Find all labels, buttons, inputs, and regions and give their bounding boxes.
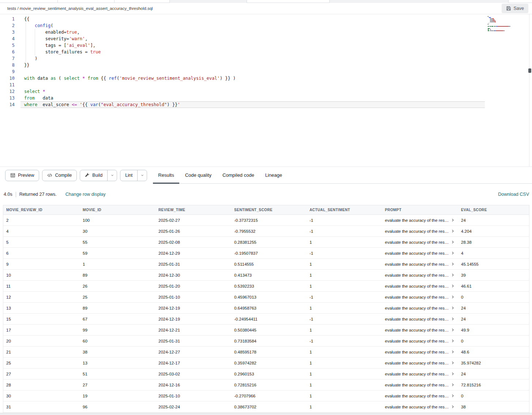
divider: [16, 192, 16, 197]
prompt-expand-icon[interactable]: [451, 306, 454, 310]
cell-prompt: evaluate the accuracy of the res…: [382, 251, 458, 255]
code-line[interactable]: 7 ): [0, 55, 532, 62]
cell-movie-id: 30: [80, 229, 156, 233]
prompt-preview-text: evaluate the accuracy of the res…: [385, 306, 449, 310]
cell-review-time: 2024-12-21: [156, 328, 231, 332]
code-text: select *: [15, 88, 45, 95]
code-line[interactable]: 12select *: [0, 88, 532, 95]
cell-prompt: evaluate the accuracy of the res…: [382, 372, 458, 376]
tab-strip-divider: [57, 0, 58, 3]
cell-movie-review-id: 2: [3, 218, 80, 223]
lint-button-group: Lint: [120, 170, 147, 181]
prompt-expand-icon[interactable]: [451, 295, 454, 299]
prompt-expand-icon[interactable]: [451, 317, 454, 321]
prompt-expand-icon[interactable]: [451, 273, 454, 277]
prompt-expand-icon[interactable]: [451, 372, 454, 375]
code-line[interactable]: 13from data: [0, 95, 532, 101]
cell-movie-review-id: 20: [3, 339, 80, 343]
code-line[interactable]: 6 store_failures = true: [0, 49, 532, 55]
editor-scrollbar[interactable]: [529, 14, 529, 167]
prompt-expand-icon[interactable]: [451, 383, 454, 386]
line-number: 3: [0, 29, 15, 35]
prompt-preview-text: evaluate the accuracy of the res…: [385, 240, 449, 244]
cell-eval-score: 0: [458, 339, 529, 343]
prompt-expand-icon[interactable]: [451, 251, 454, 255]
prompt-expand-icon[interactable]: [451, 328, 454, 332]
prompt-preview-text: evaluate the accuracy of the res…: [385, 350, 449, 354]
cell-eval-score: 0: [458, 295, 529, 299]
editor-scrollbar-thumb[interactable]: [528, 68, 531, 73]
tab-lineage[interactable]: Lineage: [260, 167, 287, 183]
code-line[interactable]: 10with data as ( select * from {{ ref('m…: [0, 75, 532, 82]
cell-eval-score: 24: [458, 372, 529, 376]
table-row: 17992024-12-210.503804451evaluate the ac…: [3, 325, 529, 336]
column-header-actual-sentiment: ACTUAL_SENTIMENT: [307, 208, 382, 212]
cell-sentiment-score: 0.73183584: [231, 339, 307, 343]
cell-prompt: evaluate the accuracy of the res…: [382, 350, 458, 354]
cell-prompt: evaluate the accuracy of the res…: [382, 339, 458, 343]
cell-eval-score: 4.204: [458, 229, 529, 233]
prompt-expand-icon[interactable]: [451, 284, 454, 288]
code-icon: [47, 173, 52, 178]
download-csv-link[interactable]: Download CSV: [498, 192, 529, 197]
code-line[interactable]: 8}}: [0, 62, 532, 68]
cell-movie-review-id: 13: [3, 306, 80, 310]
tab-compiled-code[interactable]: Compiled code: [217, 167, 259, 183]
minimap[interactable]: [488, 16, 527, 31]
cell-movie-id: 1: [80, 262, 156, 266]
prompt-expand-icon[interactable]: [451, 218, 454, 222]
code-line[interactable]: 14where eval_score <= '{{ var("eval_accu…: [0, 101, 532, 108]
tab-code-quality[interactable]: Code quality: [180, 167, 217, 183]
cell-actual-sentiment: 1: [307, 284, 382, 288]
tab-results[interactable]: Results: [153, 167, 179, 183]
cell-movie-id: 25: [80, 295, 156, 299]
code-text: with data as ( select * from {{ ref('mov…: [15, 75, 236, 82]
code-line[interactable]: 9: [0, 68, 532, 75]
prompt-preview-text: evaluate the accuracy of the res…: [385, 317, 449, 321]
cell-movie-id: 89: [80, 273, 156, 277]
prompt-preview-text: evaluate the accuracy of the res…: [385, 372, 449, 376]
code-line[interactable]: 3 enabled=true,: [0, 29, 532, 35]
compile-label: Compile: [55, 173, 72, 178]
save-button[interactable]: Save: [502, 4, 529, 13]
prompt-expand-icon[interactable]: [451, 229, 454, 233]
cell-movie-id: 67: [80, 317, 156, 321]
preview-button[interactable]: Preview: [5, 170, 39, 181]
cell-movie-id: 26: [80, 284, 156, 288]
table-row: 30192025-01-10-0.27079661evaluate the ac…: [3, 390, 529, 401]
code-line[interactable]: 5 tags = ['ai_eval'],: [0, 42, 532, 49]
cell-movie-id: 99: [80, 328, 156, 332]
prompt-expand-icon[interactable]: [451, 339, 454, 343]
change-row-display-link[interactable]: Change row display: [65, 192, 106, 197]
code-line[interactable]: 2 config(: [0, 22, 532, 29]
table-row: 15672024-12-19-0.24954411-1evaluate the …: [3, 314, 529, 325]
code-text: severity='warn',: [15, 35, 87, 42]
prompt-expand-icon[interactable]: [451, 240, 454, 244]
lint-dropdown-button[interactable]: [137, 170, 147, 181]
build-button[interactable]: Build: [80, 170, 107, 181]
cell-movie-review-id: 9: [3, 262, 80, 266]
prompt-expand-icon[interactable]: [451, 262, 454, 266]
code-text: {{: [15, 16, 29, 22]
prompt-expand-icon[interactable]: [451, 394, 454, 397]
code-line[interactable]: 1{{: [0, 16, 532, 22]
compile-button[interactable]: Compile: [42, 170, 76, 181]
horizontal-scrollbar[interactable]: [0, 413, 532, 415]
prompt-expand-icon[interactable]: [451, 405, 454, 408]
prompt-expand-icon[interactable]: [451, 361, 454, 364]
line-number: 13: [0, 95, 15, 101]
cell-prompt: evaluate the accuracy of the res…: [382, 306, 458, 310]
query-duration: 4.0s: [4, 192, 12, 197]
code-editor[interactable]: 1{{2 config(3 enabled=true,4 severity='w…: [0, 14, 532, 167]
table-icon: [10, 173, 15, 178]
cell-sentiment-score: 0.35974282: [231, 361, 307, 365]
code-line[interactable]: 11: [0, 82, 532, 88]
prompt-preview-text: evaluate the accuracy of the res…: [385, 328, 449, 332]
cell-eval-score: 46.61: [458, 284, 529, 288]
cell-actual-sentiment: 1: [307, 306, 382, 310]
column-header-prompt: PROMPT: [382, 208, 458, 212]
code-line[interactable]: 4 severity='warn',: [0, 35, 532, 42]
lint-button[interactable]: Lint: [120, 170, 137, 181]
build-dropdown-button[interactable]: [107, 170, 117, 181]
prompt-expand-icon[interactable]: [451, 350, 454, 354]
